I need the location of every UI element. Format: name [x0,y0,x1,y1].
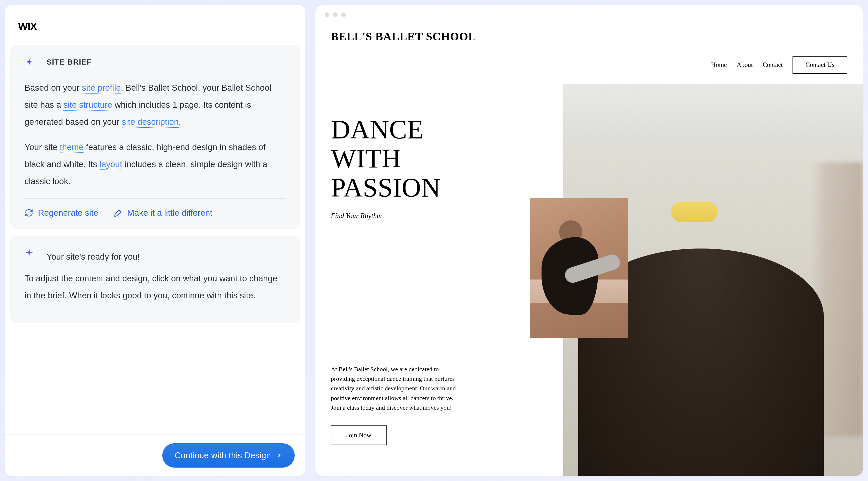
hero-image-area[interactable] [563,84,863,476]
hero-description[interactable]: At Bell's Ballet School, we are dedicate… [331,364,458,413]
continue-label: Continue with this Design [175,451,271,460]
regenerate-label: Regenerate site [38,208,98,218]
join-now-button[interactable]: Join Now [331,425,387,445]
nav-home[interactable]: Home [711,61,727,68]
panel-footer: Continue with this Design [5,435,305,476]
preview-panel: BELL'S BALLET SCHOOL Home About Contact … [315,5,863,476]
sparkle-icon [25,248,34,259]
hero-line-1: DANCE [331,115,424,144]
site-title[interactable]: BELL'S BALLET SCHOOL [331,30,847,43]
refresh-icon [25,209,33,217]
brief-paragraph-1: Based on your site profile, Bell's Balle… [25,79,286,130]
site-brief-card: SITE BRIEF Based on your site profile, B… [10,45,300,229]
site-brief-title: SITE BRIEF [46,58,286,66]
different-label: Make it a little different [127,208,213,218]
layout-link[interactable]: layout [99,159,122,170]
sparkle-icon [25,58,34,68]
hero-inset-image [530,198,628,338]
brief-paragraph-2: Your site theme features a classic, high… [25,139,286,190]
wix-logo: WIX [5,5,305,32]
site-structure-link[interactable]: site structure [63,100,112,110]
browser-dot [333,12,338,17]
theme-link[interactable]: theme [60,142,84,153]
wand-icon [114,209,123,217]
regenerate-site-button[interactable]: Regenerate site [25,208,98,218]
brief-actions: Regenerate site Make it a little differe… [25,208,286,218]
browser-dot [325,12,329,17]
hero-section: DANCE WITH PASSION Find Your Rhythm At B… [331,84,847,476]
site-preview[interactable]: BELL'S BALLET SCHOOL Home About Contact … [315,22,863,476]
brief-body: SITE BRIEF Based on your site profile, B… [5,32,305,435]
browser-dots [315,5,863,22]
ready-body: To adjust the content and design, click … [25,270,286,304]
hero-line-2: WITH [331,143,401,173]
nav-about[interactable]: About [737,61,753,68]
site-nav: Home About Contact Contact Us [331,56,847,74]
hero-line-3: PASSION [331,172,440,202]
site-header: BELL'S BALLET SCHOOL [331,22,847,49]
text: Your site [25,142,60,152]
make-different-button[interactable]: Make it a little different [114,208,213,218]
continue-design-button[interactable]: Continue with this Design [162,443,295,468]
contact-us-button[interactable]: Contact Us [793,56,847,74]
text: . [179,117,181,127]
text: Based on your [25,83,82,93]
site-profile-link[interactable]: site profile [82,83,121,94]
divider [25,198,286,199]
ready-heading: Your site's ready for you! [46,248,286,265]
nav-contact[interactable]: Contact [763,61,783,68]
brief-panel: WIX SITE BRIEF Based on your site profil… [5,5,305,476]
chevron-right-icon [276,452,282,458]
browser-dot [341,12,346,17]
site-description-link[interactable]: site description [122,117,179,128]
hero-heading[interactable]: DANCE WITH PASSION [331,115,568,202]
ready-card: Your site's ready for you! To adjust the… [10,236,300,323]
